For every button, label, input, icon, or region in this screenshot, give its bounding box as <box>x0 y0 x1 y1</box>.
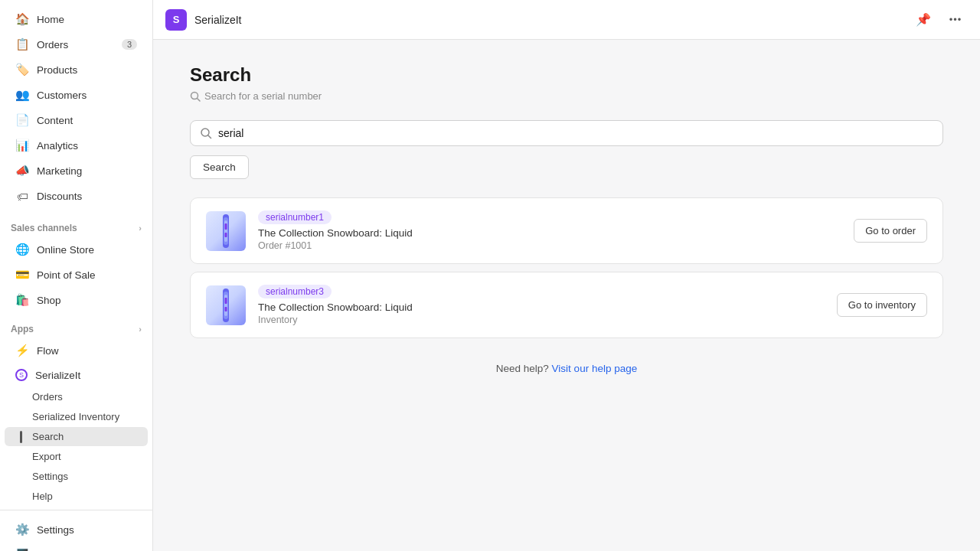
sidebar-item-label: Products <box>37 64 77 76</box>
sidebar-item-label: Home <box>37 14 64 25</box>
sidebar-item-label: Discounts <box>37 191 82 202</box>
svg-rect-7 <box>225 223 227 230</box>
search-input[interactable] <box>218 127 933 139</box>
result-info-2: serialnumber3 The Collection Snowboard: … <box>258 285 825 325</box>
svg-rect-13 <box>225 307 227 311</box>
more-button[interactable]: ••• <box>943 8 968 32</box>
sidebar-item-discounts[interactable]: 🏷 Discounts <box>5 184 148 208</box>
sidebar-item-settings[interactable]: ⚙️ Settings <box>5 517 148 542</box>
sidebar-item-marketing[interactable]: 📣 Marketing <box>5 158 148 183</box>
product-image-2 <box>206 285 246 325</box>
result-sub-2: Inventory <box>258 315 825 325</box>
sidebar-item-label: Settings <box>37 524 74 536</box>
sidebar-sub-serialized-inventory[interactable]: Serialized Inventory <box>5 407 148 426</box>
go-to-order-button[interactable]: Go to order <box>854 219 927 243</box>
analytics-icon: 📊 <box>15 139 29 152</box>
sidebar-item-label: Point of Sale <box>37 269 96 281</box>
page-title: Search <box>190 64 943 86</box>
shop-icon: 🛍️ <box>15 293 29 307</box>
search-subtitle-icon <box>190 91 201 102</box>
sidebar-item-serializeit[interactable]: S SerializeIt <box>5 364 148 386</box>
sidebar-item-orders[interactable]: 📋 Orders 3 <box>5 32 148 57</box>
marketing-icon: 📣 <box>15 164 29 178</box>
sidebar: 🏠 Home 📋 Orders 3 🏷️ Products 👥 Customer… <box>0 0 153 551</box>
orders-badge: 3 <box>122 39 137 50</box>
svg-line-3 <box>208 135 211 139</box>
go-to-inventory-button[interactable]: Go to inventory <box>837 293 927 317</box>
product-image-1 <box>206 211 246 251</box>
sidebar-item-content[interactable]: 📄 Content <box>5 108 148 132</box>
settings-icon: ⚙️ <box>15 523 29 536</box>
online-store-icon: 🌐 <box>15 243 29 256</box>
result-sub-1: Order #1001 <box>258 240 841 251</box>
search-input-icon <box>200 127 212 139</box>
main-wrapper: S SerializeIt 📌 ••• Search Search for a … <box>153 0 980 551</box>
sidebar-sub-help[interactable]: Help <box>5 487 148 506</box>
content-icon: 📄 <box>15 113 29 127</box>
sidebar-item-dev-console[interactable]: 🖥️ Developer Console <box>5 543 148 551</box>
sidebar-sub-orders[interactable]: Orders <box>5 387 148 406</box>
sidebar-sub-export[interactable]: Export <box>5 447 148 466</box>
apps-section: Apps › <box>0 316 152 337</box>
page-subtitle: Search for a serial number <box>190 90 943 102</box>
result-info-1: serialnumber1 The Collection Snowboard: … <box>258 210 841 251</box>
serial-badge-1: serialnumber1 <box>258 210 332 224</box>
sidebar-sub-search[interactable]: Search <box>5 427 148 446</box>
sidebar-item-pos[interactable]: 💳 Point of Sale <box>5 262 148 287</box>
chevron-right-icon-apps: › <box>139 324 142 334</box>
sidebar-item-online-store[interactable]: 🌐 Online Store <box>5 237 148 262</box>
serial-badge-2: serialnumber3 <box>258 285 332 298</box>
sidebar-item-home[interactable]: 🏠 Home <box>5 7 148 31</box>
sidebar-item-label: Customers <box>37 90 87 101</box>
sales-channels-section: Sales channels › <box>0 215 152 236</box>
sidebar-item-label: Shop <box>37 295 61 306</box>
chevron-right-icon: › <box>139 223 142 233</box>
svg-rect-8 <box>225 233 227 237</box>
pin-icon: 📌 <box>916 12 931 27</box>
home-icon: 🏠 <box>15 12 29 26</box>
result-card-2: serialnumber3 The Collection Snowboard: … <box>190 272 943 338</box>
app-title: SerializeIt <box>194 14 241 26</box>
sidebar-item-label: Marketing <box>37 165 82 177</box>
pos-icon: 💳 <box>15 268 29 282</box>
help-section: Need help? Visit our help page <box>190 363 943 374</box>
sidebar-item-label: Orders <box>37 39 68 51</box>
sidebar-item-label: Analytics <box>37 140 78 152</box>
snowboard-svg-2 <box>212 287 240 324</box>
search-button[interactable]: Search <box>190 155 249 179</box>
result-product-2: The Collection Snowboard: Liquid <box>258 302 825 313</box>
svg-line-1 <box>198 98 201 101</box>
flow-icon: ⚡ <box>15 344 29 357</box>
sidebar-item-flow[interactable]: ⚡ Flow <box>5 338 148 363</box>
sidebar-item-label: Content <box>37 115 73 126</box>
sidebar-item-label: Online Store <box>37 244 94 256</box>
sidebar-item-customers[interactable]: 👥 Customers <box>5 83 148 107</box>
discounts-icon: 🏷 <box>15 189 29 203</box>
main-content: Search Search for a serial number Search <box>153 40 980 551</box>
svg-rect-12 <box>225 298 227 304</box>
sidebar-item-shop[interactable]: 🛍️ Shop <box>5 288 148 312</box>
sidebar-item-products[interactable]: 🏷️ Products <box>5 57 148 82</box>
serializeit-icon: S <box>15 369 28 381</box>
more-icon: ••• <box>949 14 962 25</box>
topbar: S SerializeIt 📌 ••• <box>153 0 980 40</box>
result-product-1: The Collection Snowboard: Liquid <box>258 227 841 239</box>
result-card-1: serialnumber1 The Collection Snowboard: … <box>190 197 943 264</box>
sidebar-sub-settings[interactable]: Settings <box>5 467 148 486</box>
products-icon: 🏷️ <box>15 63 29 77</box>
sidebar-item-analytics[interactable]: 📊 Analytics <box>5 133 148 158</box>
sidebar-item-label: SerializeIt <box>35 370 80 381</box>
app-icon: S <box>165 9 187 31</box>
snowboard-svg-1 <box>212 213 240 249</box>
search-box[interactable] <box>190 120 943 146</box>
help-link[interactable]: Visit our help page <box>552 363 638 374</box>
orders-icon: 📋 <box>15 37 29 51</box>
pin-button[interactable]: 📌 <box>911 8 936 32</box>
sidebar-item-label: Flow <box>37 345 59 357</box>
customers-icon: 👥 <box>15 88 29 102</box>
dev-console-icon: 🖥️ <box>15 548 29 551</box>
